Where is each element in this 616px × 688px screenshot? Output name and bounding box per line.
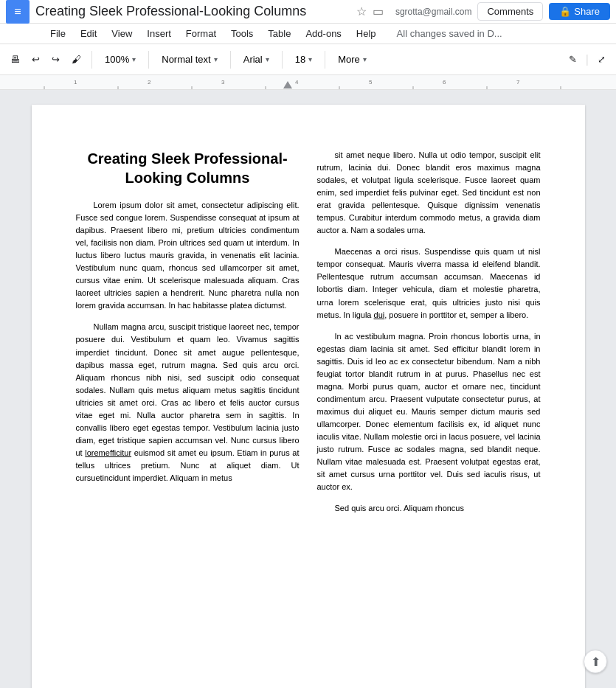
doc-title-heading: Creating Sleek Professional-Looking Colu…	[76, 149, 300, 187]
print-button[interactable]: 🖶	[6, 49, 24, 70]
zoom-arrow: ▾	[132, 55, 136, 63]
right-para-3: In ac vestibulum magna. Proin rhoncus lo…	[317, 330, 541, 494]
right-para-1: sit amet neque libero. Nulla ut odio tem…	[317, 149, 541, 237]
menu-addons[interactable]: Add-ons	[300, 27, 347, 41]
menu-format[interactable]: Format	[180, 27, 222, 41]
user-email: sgrotta@gmail.com	[395, 7, 472, 17]
lorem-link[interactable]: loremefficitur	[85, 448, 131, 457]
left-column: Creating Sleek Professional-Looking Colu…	[76, 149, 300, 524]
size-dropdown[interactable]: 18 ▾	[288, 49, 319, 70]
right-column: sit amet neque libero. Nulla ut odio tem…	[317, 149, 541, 524]
svg-rect-0	[0, 75, 616, 90]
left-para-1: Lorem ipsum dolor sit amet, consectetur …	[76, 199, 300, 312]
zoom-dropdown[interactable]: 100% ▾	[98, 49, 142, 70]
toolbar-divider-1	[91, 51, 92, 69]
doc-title: Creating Sleek Professional-Looking Colu…	[35, 4, 356, 19]
svg-text:2: 2	[148, 79, 151, 86]
scroll-to-top-button[interactable]: ⬆	[584, 650, 607, 673]
menu-help[interactable]: Help	[350, 27, 382, 41]
left-para-2: Nullam magna arcu, suscipit tristique la…	[76, 321, 300, 484]
style-label: Normal text	[162, 54, 210, 65]
menu-table[interactable]: Table	[262, 27, 297, 41]
paint-format-button[interactable]: 🖌	[67, 49, 86, 70]
style-arrow: ▾	[214, 55, 218, 63]
app-icon[interactable]: ≡	[6, 0, 30, 24]
comments-button[interactable]: Comments	[477, 2, 543, 21]
left-col-text: Lorem ipsum dolor sit amet, consectetur …	[76, 199, 300, 484]
app-icon-letter: ≡	[14, 5, 21, 18]
menu-view[interactable]: View	[105, 27, 138, 41]
menu-bar: File Edit View Insert Format Tools Table…	[0, 24, 616, 44]
document-area: Creating Sleek Professional-Looking Colu…	[0, 90, 616, 688]
right-col-text: sit amet neque libero. Nulla ut odio tem…	[317, 149, 541, 515]
pen-button[interactable]: ✎	[564, 49, 581, 70]
toolbar-divider-4	[282, 51, 283, 69]
svg-text:3: 3	[221, 79, 225, 86]
title-icons: ☆ ▭	[356, 4, 384, 18]
style-dropdown[interactable]: Normal text ▾	[155, 49, 224, 70]
undo-button[interactable]: ↩	[27, 49, 44, 70]
toolbar-divider-2	[148, 51, 149, 69]
ruler: 1 2 3 4 5 6 7	[0, 75, 616, 90]
zoom-label: 100%	[105, 54, 129, 65]
svg-text:6: 6	[443, 79, 446, 86]
svg-text:1: 1	[74, 79, 77, 86]
svg-text:4: 4	[295, 79, 299, 86]
toolbar-divider-3	[230, 51, 231, 69]
title-bar: ≡ Creating Sleek Professional-Looking Co…	[0, 0, 616, 24]
font-label: Arial	[243, 54, 263, 65]
svg-text:7: 7	[516, 79, 520, 86]
right-para-2: Maecenas a orci risus. Suspendisse quis …	[317, 246, 541, 321]
doc-title-area: Creating Sleek Professional-Looking Colu…	[76, 149, 300, 187]
right-para-4: Sed quis arcu orci. Aliquam rhoncus	[317, 502, 541, 515]
svg-text:5: 5	[369, 79, 373, 86]
more-dropdown[interactable]: More ▾	[331, 49, 373, 70]
share-label: Share	[574, 6, 600, 17]
autosave-message: All changes saved in D...	[397, 28, 502, 39]
menu-edit[interactable]: Edit	[75, 27, 103, 41]
more-label: More	[338, 54, 360, 65]
toolbar-pen-separator: |	[586, 53, 589, 66]
dui-link[interactable]: dui	[374, 310, 385, 319]
menu-tools[interactable]: Tools	[225, 27, 259, 41]
expand-button[interactable]: ⤢	[593, 49, 610, 70]
share-lock-icon: 🔒	[559, 6, 571, 17]
menu-insert[interactable]: Insert	[141, 27, 177, 41]
menu-file[interactable]: File	[44, 27, 72, 41]
star-icon[interactable]: ☆	[356, 4, 367, 18]
share-button[interactable]: 🔒 Share	[549, 3, 610, 20]
size-arrow: ▾	[308, 55, 312, 63]
redo-button[interactable]: ↪	[47, 49, 64, 70]
font-dropdown[interactable]: Arial ▾	[237, 49, 276, 70]
more-arrow: ▾	[363, 55, 367, 63]
folder-icon[interactable]: ▭	[373, 4, 384, 18]
toolbar: 🖶 ↩ ↪ 🖌 100% ▾ Normal text ▾ Arial ▾ 18 …	[0, 44, 616, 75]
size-label: 18	[295, 54, 305, 65]
toolbar-divider-5	[325, 51, 325, 69]
page: Creating Sleek Professional-Looking Colu…	[32, 105, 585, 688]
font-arrow: ▾	[266, 55, 269, 63]
